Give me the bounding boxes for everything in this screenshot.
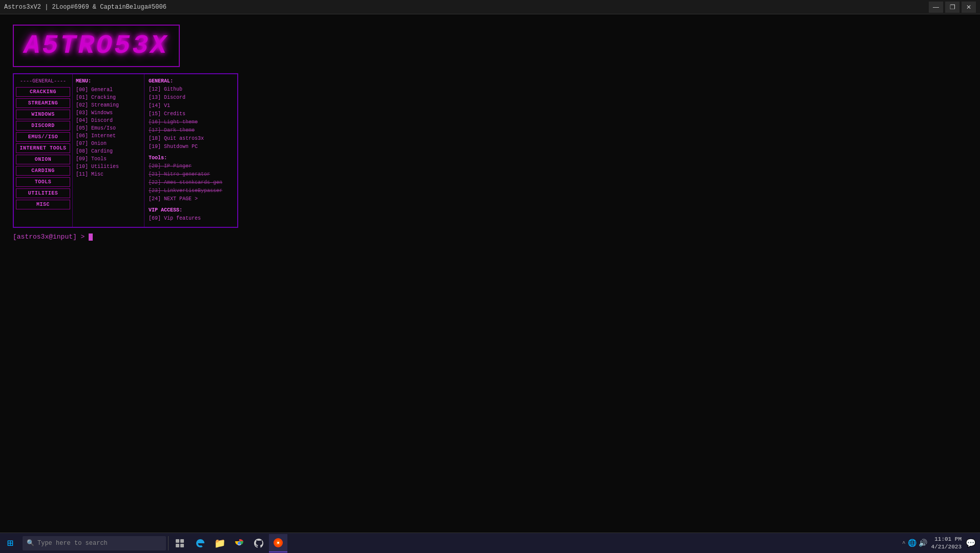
- svg-rect-0: [176, 539, 179, 543]
- close-button[interactable]: ✕: [962, 2, 976, 13]
- menu-item-3: [03] Windows: [76, 109, 141, 117]
- menu-item-1: [01] Cracking: [76, 94, 141, 101]
- taskbar-task-view[interactable]: [171, 534, 189, 552]
- notification-icon[interactable]: 💬: [966, 538, 976, 548]
- sidebar-btn-streaming[interactable]: STREAMING: [16, 98, 70, 108]
- svg-rect-1: [180, 539, 184, 543]
- general-item-19: [19] Shutdown PC: [149, 143, 233, 151]
- menu-item-11: [11] Misc: [76, 171, 141, 178]
- sidebar-btn-onion[interactable]: ONION: [16, 155, 70, 164]
- logo-text: A5TRO53X: [24, 31, 169, 61]
- prompt-text: [astros3x@input] >: [13, 233, 89, 241]
- general-item-12: [12] Github: [149, 86, 233, 94]
- systray-arrow[interactable]: ^: [902, 540, 906, 546]
- general-item-13: [13] Discord: [149, 94, 233, 102]
- cursor-blink: [89, 233, 93, 241]
- menu-item-8: [08] Carding: [76, 147, 141, 155]
- volume-icon: 🔊: [919, 539, 927, 547]
- sidebar-btn-cracking[interactable]: CRACKING: [16, 87, 70, 97]
- windows-icon: ⊞: [7, 537, 13, 549]
- right-panel: GENERAL: [12] Github [13] Discord [14] V…: [144, 74, 237, 227]
- title-bar-text: Astros3xV2 | 2Loop#6969 & CaptainBeluga#…: [4, 4, 166, 11]
- main-panel: ----GENERAL---- CRACKING STREAMING WINDO…: [13, 73, 238, 228]
- general-item-18: [18] Quit astros3x: [149, 135, 233, 143]
- clock-time: 11:01 PM: [931, 536, 962, 543]
- vip-item-69: [69] Vip features: [149, 215, 233, 223]
- middle-menu: MENU: [00] General [01] Cracking [02] St…: [73, 74, 144, 227]
- menu-item-10: [10] Utilities: [76, 163, 141, 171]
- logo-container: A5TRO53X: [13, 25, 180, 67]
- general-item-17: [17] Dark theme: [149, 126, 233, 135]
- systray: ^ 🌐 🔊: [902, 539, 927, 547]
- menu-item-5: [05] Emus/Iso: [76, 124, 141, 132]
- tools-label: Tools:: [149, 155, 233, 161]
- taskbar-file-explorer[interactable]: 📁: [211, 534, 229, 552]
- tools-item-23: [23] LinkvertiseBypasser: [149, 187, 233, 195]
- svg-rect-3: [180, 544, 184, 547]
- sidebar-btn-carding[interactable]: CARDING: [16, 166, 70, 176]
- sidebar-btn-emus[interactable]: EMUS//ISO: [16, 132, 70, 142]
- sidebar: ----GENERAL---- CRACKING STREAMING WINDO…: [14, 74, 73, 227]
- sidebar-btn-internet[interactable]: INTERNET TOOLS: [16, 143, 70, 153]
- menu-item-0: [00] General: [76, 86, 141, 94]
- general-item-14: [14] V1: [149, 102, 233, 110]
- menu-item-4: [04] Discord: [76, 117, 141, 124]
- sidebar-btn-windows[interactable]: WINDOWS: [16, 110, 70, 119]
- taskbar-right: ^ 🌐 🔊 11:01 PM 4/21/2023 💬: [902, 536, 980, 550]
- general-item-16: [16] Light theme: [149, 118, 233, 126]
- sidebar-btn-utilities[interactable]: UTILITIES: [16, 188, 70, 198]
- svg-rect-2: [176, 544, 179, 547]
- command-prompt: [astros3x@input] >: [13, 233, 967, 241]
- tools-item-24: [24] NEXT PAGE >: [149, 195, 233, 203]
- search-placeholder-text: Type here to search: [37, 540, 108, 547]
- taskbar-divider-1: [168, 536, 169, 550]
- clock-date: 4/21/2023: [931, 543, 962, 550]
- taskbar: ⊞ 🔍 Type here to search 📁: [0, 533, 980, 553]
- sidebar-btn-tools[interactable]: TOOLS: [16, 177, 70, 187]
- taskbar-chrome[interactable]: [230, 534, 248, 552]
- taskbar-active-app[interactable]: [269, 534, 287, 552]
- sidebar-header: ----GENERAL----: [16, 78, 70, 84]
- menu-label: MENU:: [76, 78, 141, 84]
- title-bar: Astros3xV2 | 2Loop#6969 & CaptainBeluga#…: [0, 0, 980, 14]
- search-icon: 🔍: [27, 539, 34, 547]
- menu-item-9: [09] Tools: [76, 155, 141, 163]
- taskbar-search[interactable]: 🔍 Type here to search: [23, 536, 166, 550]
- restore-button[interactable]: ❐: [945, 2, 960, 13]
- taskbar-github[interactable]: [249, 534, 268, 552]
- menu-item-7: [07] Onion: [76, 140, 141, 147]
- taskbar-edge[interactable]: [191, 534, 210, 552]
- network-icon: 🌐: [908, 539, 916, 547]
- minimize-button[interactable]: —: [929, 2, 943, 13]
- general-item-15: [15] Credits: [149, 110, 233, 118]
- tools-section: Tools: [20] IP Pinger [21] Nitro generat…: [149, 155, 233, 203]
- menu-item-6: [06] Internet: [76, 132, 141, 140]
- terminal-area: A5TRO53X ----GENERAL---- CRACKING STREAM…: [0, 14, 980, 533]
- general-label: GENERAL:: [149, 78, 233, 84]
- sidebar-btn-discord[interactable]: DISCORD: [16, 121, 70, 131]
- clock[interactable]: 11:01 PM 4/21/2023: [931, 536, 962, 550]
- tools-item-22: [22] Ames stonkcards gen: [149, 179, 233, 187]
- vip-section: VIP ACCESS: [69] Vip features: [149, 207, 233, 223]
- start-button[interactable]: ⊞: [0, 533, 20, 554]
- tools-item-20: [20] IP Pinger: [149, 162, 233, 171]
- title-bar-controls: — ❐ ✕: [929, 2, 976, 13]
- menu-item-2: [02] Streaming: [76, 101, 141, 109]
- svg-point-5: [238, 542, 241, 545]
- tools-item-21: [21] Nitro generator: [149, 171, 233, 179]
- sidebar-btn-misc[interactable]: MISC: [16, 200, 70, 209]
- taskbar-apps: 📁: [191, 534, 287, 552]
- svg-point-8: [277, 542, 279, 544]
- vip-label: VIP ACCESS:: [149, 207, 233, 213]
